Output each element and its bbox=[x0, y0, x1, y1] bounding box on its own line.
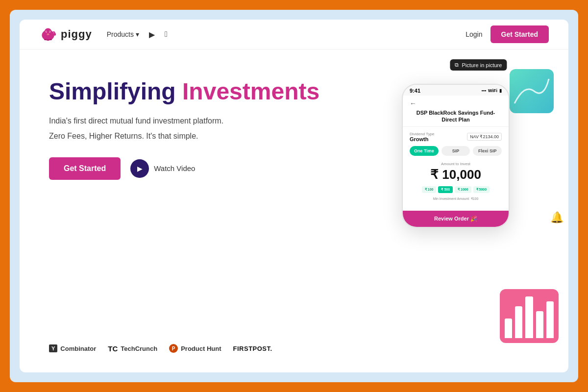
press-ph: P Product Hunt bbox=[169, 344, 221, 353]
tab-onetime[interactable]: One Time bbox=[410, 146, 439, 156]
dividend-info: Dividend Type Growth bbox=[410, 132, 435, 142]
press-yc: Y Combinator bbox=[49, 344, 96, 352]
chart-bar-4 bbox=[536, 311, 543, 338]
nav-value[interactable]: NAV ₹2134.00 bbox=[467, 133, 502, 141]
phone-status-bar: 9:41 ▪▪▪ WiFi ▮ bbox=[403, 85, 509, 96]
yc-icon: Y bbox=[49, 344, 57, 352]
wifi-icon: WiFi bbox=[488, 88, 497, 93]
play-icon: ▶ bbox=[130, 159, 149, 178]
invest-amount: ₹ 10,000 bbox=[410, 167, 502, 182]
teal-chart-svg bbox=[510, 69, 554, 113]
chip-100[interactable]: ₹ 100 bbox=[422, 186, 437, 193]
chip-5000[interactable]: ₹ 5000 bbox=[473, 186, 490, 193]
dividend-label: Dividend Type bbox=[410, 132, 435, 136]
inner-card: piGGy Products ▾ ▶  Login Get Started bbox=[20, 20, 568, 372]
hero-subtitle-1: India's first direct mutual fund investm… bbox=[49, 115, 323, 127]
login-button[interactable]: Login bbox=[466, 30, 482, 38]
dividend-value: Growth bbox=[410, 136, 435, 142]
svg-point-6 bbox=[47, 33, 49, 35]
deco-chart-card bbox=[500, 289, 559, 343]
fund-name: DSP BlackRock Savings Fund-Direct Plan bbox=[410, 109, 502, 123]
hero-title: Simplifying Investments bbox=[49, 79, 323, 105]
phone-header: ← DSP BlackRock Savings Fund-Direct Plan bbox=[403, 96, 509, 127]
tab-row: One Time SIP Flexi SIP bbox=[410, 146, 502, 156]
chip-500[interactable]: ₹ 500 bbox=[438, 186, 453, 193]
phone-content: Dividend Type Growth NAV ₹2134.00 One Ti… bbox=[403, 127, 509, 211]
logo-text: piGGy bbox=[61, 28, 92, 41]
svg-point-3 bbox=[49, 30, 51, 33]
phone-time: 9:41 bbox=[410, 88, 420, 94]
dividend-row: Dividend Type Growth NAV ₹2134.00 bbox=[410, 132, 502, 142]
chip-1000[interactable]: ₹ 1000 bbox=[455, 186, 471, 193]
nav-get-started-button[interactable]: Get Started bbox=[490, 25, 549, 43]
corner-icon: 🔔 bbox=[550, 211, 564, 224]
press-logos: Y Combinator TC TechCrunch P Product Hun… bbox=[49, 329, 323, 353]
review-order-label: Review Order 🎉 bbox=[434, 216, 477, 222]
dropdown-icon: ▾ bbox=[136, 30, 139, 38]
nav-products[interactable]: Products ▾ bbox=[107, 30, 139, 38]
hero-title-dark: Simplifying bbox=[49, 78, 176, 104]
invest-label: Amount to Invest bbox=[410, 162, 502, 166]
nav-apple-icon[interactable]:  bbox=[165, 30, 168, 39]
hero-get-started-button[interactable]: Get Started bbox=[49, 157, 121, 180]
svg-point-4 bbox=[47, 31, 47, 31]
phone-mockup: 9:41 ▪▪▪ WiFi ▮ ← DSP BlackRock Savings … bbox=[402, 84, 510, 228]
hero-subtitle-2: Zero Fees, Higher Returns. It's that sim… bbox=[49, 130, 323, 143]
chart-bar-3 bbox=[525, 296, 533, 338]
nav-links: Products ▾ ▶  bbox=[107, 30, 466, 39]
svg-point-10 bbox=[49, 39, 52, 40]
ph-label: Product Hunt bbox=[181, 345, 221, 352]
phone-icons: ▪▪▪ WiFi ▮ bbox=[482, 88, 502, 93]
svg-point-7 bbox=[53, 33, 56, 35]
press-tc: TC TechCrunch bbox=[108, 344, 157, 353]
nav-right: Login Get Started bbox=[466, 25, 549, 43]
watch-video-button[interactable]: ▶ Watch Video bbox=[130, 159, 195, 178]
svg-point-5 bbox=[49, 31, 49, 31]
chart-bar-1 bbox=[505, 318, 512, 338]
amount-chips: ₹ 100 ₹ 500 ₹ 1000 ₹ 5000 bbox=[410, 186, 502, 193]
pip-icon: ⧉ bbox=[455, 62, 459, 68]
pig-logo-icon bbox=[39, 25, 57, 43]
svg-point-8 bbox=[44, 39, 47, 40]
fp-label: FIRSTPOST. bbox=[233, 345, 272, 352]
back-button[interactable]: ← bbox=[410, 99, 502, 107]
pip-label: Picture in picture bbox=[462, 62, 502, 68]
min-invest: Min Investment Amount: ₹100 bbox=[410, 197, 502, 201]
chart-bar-5 bbox=[546, 301, 554, 338]
review-order-button[interactable]: Review Order 🎉 bbox=[403, 211, 509, 227]
main-content: Simplifying Investments India's first di… bbox=[20, 49, 568, 372]
watch-video-label: Watch Video bbox=[154, 164, 195, 172]
tab-sip[interactable]: SIP bbox=[441, 146, 470, 156]
battery-icon: ▮ bbox=[499, 88, 502, 93]
chart-bar-2 bbox=[515, 306, 522, 338]
logo-area: piGGy bbox=[39, 25, 92, 43]
hero-left: Simplifying Investments India's first di… bbox=[20, 49, 343, 372]
pip-tooltip: ⧉ Picture in picture bbox=[450, 59, 507, 71]
press-fp: FIRSTPOST. bbox=[233, 345, 272, 352]
hero-actions: Get Started ▶ Watch Video bbox=[49, 157, 323, 180]
hero-title-pink: Investments bbox=[182, 78, 319, 104]
tab-flexisip[interactable]: Flexi SIP bbox=[473, 146, 502, 156]
hero-right: ⧉ Picture in picture 9:41 ▪▪▪ bbox=[343, 49, 568, 372]
hero-text: Simplifying Investments India's first di… bbox=[49, 79, 323, 143]
nav-play-icon[interactable]: ▶ bbox=[149, 30, 155, 39]
tc-icon: TC bbox=[108, 344, 118, 353]
yc-label: Combinator bbox=[60, 345, 96, 352]
nav-products-label: Products bbox=[107, 30, 134, 38]
signal-icon: ▪▪▪ bbox=[482, 88, 487, 93]
svg-point-9 bbox=[47, 39, 49, 41]
outer-frame: piGGy Products ▾ ▶  Login Get Started bbox=[10, 10, 578, 382]
ph-icon: P bbox=[169, 344, 178, 353]
tc-label: TechCrunch bbox=[121, 345, 157, 352]
svg-point-2 bbox=[46, 30, 48, 33]
navbar: piGGy Products ▾ ▶  Login Get Started bbox=[20, 20, 568, 49]
deco-teal-card bbox=[510, 69, 554, 113]
